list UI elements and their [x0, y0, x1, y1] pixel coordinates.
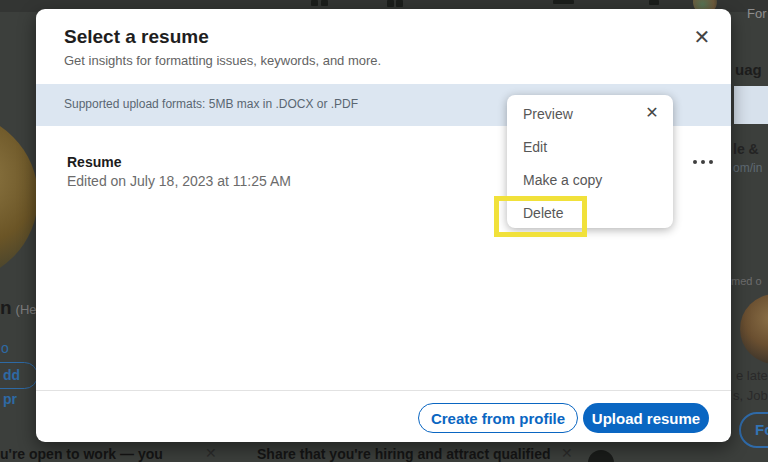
create-from-profile-button[interactable]: Create from profile [418, 403, 578, 433]
modal-title: Select a resume [64, 26, 209, 48]
right-rail-url-fragment: om/in [733, 161, 762, 175]
modal-close-button[interactable]: ✕ [688, 23, 716, 51]
profile-link-fragment: o [1, 340, 9, 356]
profile-photo [0, 112, 38, 282]
right-rail-highlight [734, 86, 768, 124]
right-rail-promoted-fragment: med o [731, 275, 762, 287]
nav-icon-fragment [553, 0, 574, 4]
ad-avatar [740, 294, 768, 364]
nav-icon-fragment [649, 0, 659, 5]
profile-name-fragment: n(He [0, 297, 37, 319]
follow-button-fragment: Fo [739, 412, 768, 448]
open-to-work-card-text: u're open to work — you [0, 446, 163, 462]
close-icon: ✕ [561, 445, 573, 461]
delete-highlight-annotation [494, 196, 587, 237]
overflow-menu-button[interactable] [693, 157, 719, 167]
nav-icon-fragment [387, 0, 394, 7]
floating-button-fragment [588, 450, 614, 462]
nav-icon-fragment [321, 0, 328, 6]
close-icon: ✕ [205, 445, 217, 461]
upload-resume-button[interactable]: Upload resume [583, 403, 709, 433]
right-rail-profile-url-fragment: le & [733, 141, 759, 157]
modal-subtitle: Get insights for formatting issues, keyw… [64, 53, 381, 68]
context-menu-close-button[interactable]: ✕ [641, 102, 663, 124]
hiring-card-text: Share that you're hiring and attract qua… [257, 446, 551, 462]
nav-icon-fragment [311, 0, 318, 6]
close-icon: ✕ [694, 26, 711, 48]
right-rail-language-fragment: uag [735, 61, 762, 78]
for-business-label: For [747, 6, 767, 21]
menu-item-make-a-copy[interactable]: Make a copy [507, 164, 673, 197]
right-rail-ad-text-fragment: s, Job [733, 388, 768, 403]
resume-name: Resume [67, 154, 121, 170]
footer-divider [36, 390, 731, 391]
name-text: n [0, 297, 12, 318]
upload-format-text: Supported upload formats: 5MB max in .DO… [64, 97, 358, 111]
add-profile-button-fragment: dd pr [0, 362, 38, 389]
nav-icon-fragment [396, 0, 403, 7]
close-icon: ✕ [645, 104, 658, 121]
dot-icon [693, 160, 697, 164]
dot-icon [701, 160, 705, 164]
pronoun-text: (He [16, 302, 37, 317]
dot-icon [709, 160, 713, 164]
menu-item-edit[interactable]: Edit [507, 131, 673, 164]
right-rail-ad-text-fragment: e late [736, 368, 768, 383]
resume-edited-date: Edited on July 18, 2023 at 11:25 AM [67, 173, 291, 189]
